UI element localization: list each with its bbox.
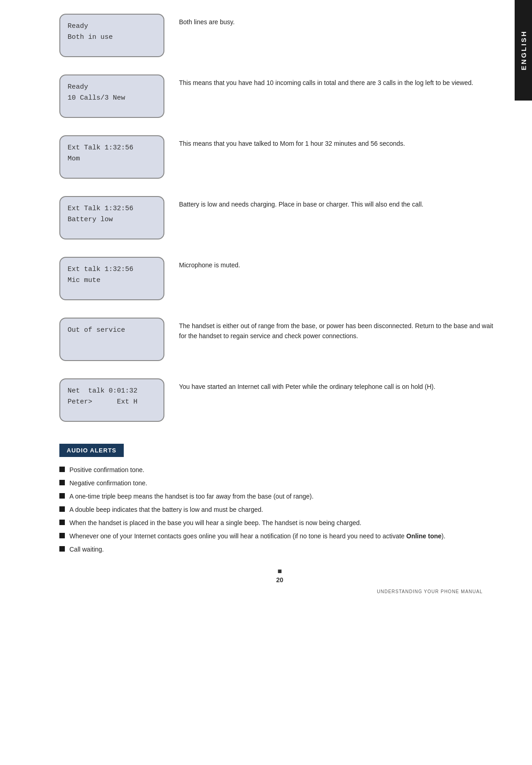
display-row-both-in-use: ReadyBoth in useBoth lines are busy. [59, 14, 500, 57]
bullet-list-item: Call waiting. [59, 545, 500, 554]
display-row-calls-log: Ready10 Calls/3 NewThis means that you h… [59, 74, 500, 118]
description-calls-log: This means that you have had 10 incoming… [179, 74, 500, 88]
description-out-of-service: The handset is either out of range from … [179, 318, 500, 341]
lcd-box-net-talk: Net talk 0:01:32Peter> Ext H [59, 378, 164, 422]
description-battery-low: Battery is low and needs charging. Place… [179, 196, 500, 210]
bullet-icon [59, 520, 65, 525]
display-row-battery-low: Ext Talk 1:32:56Battery lowBattery is lo… [59, 196, 500, 239]
lcd-line: Net talk 0:01:32 [68, 386, 156, 397]
display-row-ext-talk-mom: Ext Talk 1:32:56MomThis means that you h… [59, 135, 500, 179]
bullet-text: A one-time triple beep means the handset… [69, 492, 314, 501]
displays-container: ReadyBoth in useBoth lines are busy.Read… [59, 14, 500, 422]
lcd-box-mic-mute: Ext talk 1:32:56Mic mute [59, 257, 164, 300]
lcd-line: Battery low [68, 214, 156, 225]
bullet-text: Positive confirmation tone. [69, 465, 144, 475]
bullet-text: Negative confirmation tone. [69, 478, 147, 488]
footer-bottom-text: UNDERSTANDING YOUR PHONE MANUAL [59, 589, 500, 594]
description-both-in-use: Both lines are busy. [179, 14, 500, 27]
footer: ■ 20 [59, 558, 500, 589]
display-row-mic-mute: Ext talk 1:32:56Mic muteMicrophone is mu… [59, 257, 500, 300]
side-tab: ENGLISH [515, 0, 532, 101]
lcd-box-calls-log: Ready10 Calls/3 New [59, 74, 164, 118]
footer-page-number: 20 [59, 576, 500, 584]
footer-dot: ■ [59, 567, 500, 575]
audio-alerts-header: AUDIO ALERTS [59, 444, 124, 457]
bullet-icon [59, 533, 65, 538]
lcd-line: Mom [68, 154, 156, 165]
display-row-out-of-service: Out of serviceThe handset is either out … [59, 318, 500, 361]
bold-term: Online tone [406, 532, 442, 540]
audio-alerts-section: AUDIO ALERTS Positive confirmation tone.… [59, 439, 500, 554]
bullet-list-item: Positive confirmation tone. [59, 465, 500, 475]
lcd-line: Mic mute [68, 275, 156, 286]
lcd-line: Ext Talk 1:32:56 [68, 203, 156, 214]
lcd-box-out-of-service: Out of service [59, 318, 164, 361]
bullet-text: A double beep indicates that the battery… [69, 505, 263, 515]
lcd-line: Ready [68, 82, 156, 93]
bullet-list-item: A one-time triple beep means the handset… [59, 492, 500, 501]
page-container: ENGLISH ReadyBoth in useBoth lines are b… [0, 0, 532, 765]
lcd-line: Both in use [68, 32, 156, 43]
bullet-list-item: A double beep indicates that the battery… [59, 505, 500, 515]
lcd-box-both-in-use: ReadyBoth in use [59, 14, 164, 57]
description-mic-mute: Microphone is muted. [179, 257, 500, 271]
bullet-icon [59, 546, 65, 552]
bullet-text: Whenever one of your Internet contacts g… [69, 531, 445, 541]
bullet-list-item: Whenever one of your Internet contacts g… [59, 531, 500, 541]
description-ext-talk-mom: This means that you have talked to Mom f… [179, 135, 500, 149]
side-tab-text: ENGLISH [520, 30, 527, 70]
bullet-list-item: Negative confirmation tone. [59, 478, 500, 488]
bullet-icon [59, 493, 65, 499]
display-row-net-talk: Net talk 0:01:32Peter> Ext HYou have sta… [59, 378, 500, 422]
lcd-line: Peter> Ext H [68, 397, 156, 408]
bullet-list: Positive confirmation tone.Negative conf… [59, 465, 500, 554]
bullet-list-item: When the handset is placed in the base y… [59, 518, 500, 528]
lcd-line: Ready [68, 21, 156, 32]
lcd-box-ext-talk-mom: Ext Talk 1:32:56Mom [59, 135, 164, 179]
main-content: ReadyBoth in useBoth lines are busy.Read… [0, 0, 532, 765]
lcd-line: Out of service [68, 325, 156, 336]
lcd-line: 10 Calls/3 New [68, 93, 156, 104]
bullet-text: Call waiting. [69, 545, 104, 554]
lcd-line: Ext talk 1:32:56 [68, 264, 156, 275]
bullet-text: When the handset is placed in the base y… [69, 518, 362, 528]
bullet-icon [59, 506, 65, 512]
bullet-icon [59, 480, 65, 485]
lcd-box-battery-low: Ext Talk 1:32:56Battery low [59, 196, 164, 239]
description-net-talk: You have started an Internet call with P… [179, 378, 500, 392]
lcd-line: Ext Talk 1:32:56 [68, 143, 156, 154]
bullet-icon [59, 467, 65, 472]
